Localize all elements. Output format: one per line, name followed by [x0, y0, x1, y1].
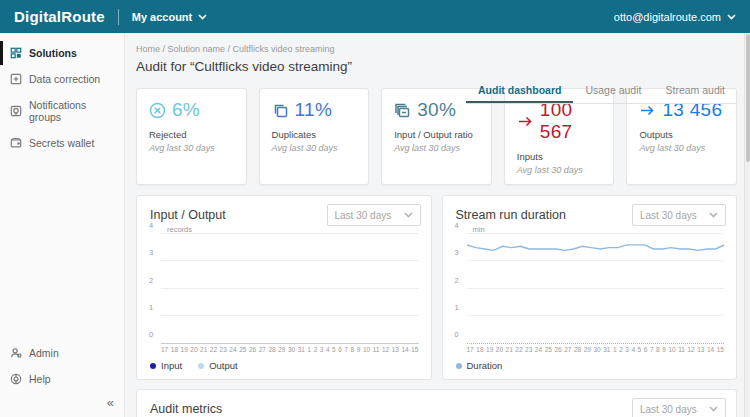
sidebar-item-label: Data correction — [29, 73, 100, 85]
kpi-value: 100 567 — [540, 99, 602, 143]
admin-user-icon — [10, 347, 22, 359]
kpi-card-duplicates: 11% Duplicates Avg last 30 days — [259, 88, 370, 185]
sidebar-item-secrets-wallet[interactable]: Secrets wallet — [0, 130, 124, 156]
arrow-right-icon — [639, 102, 656, 119]
chart-legend: InputOutput — [137, 353, 431, 379]
divider — [118, 9, 119, 25]
brand-logo: DigitalRoute — [14, 8, 105, 25]
page-title: Audit for “Cultflicks video streaming” — [136, 59, 737, 74]
chevron-down-icon — [404, 212, 413, 218]
range-select[interactable]: Last 30 days — [632, 398, 726, 417]
help-buoy-icon — [10, 373, 22, 385]
kpi-value: 30% — [417, 99, 456, 121]
breadcrumb[interactable]: Home / Solution name / Cultflicks video … — [136, 44, 737, 54]
kpi-value: 11% — [295, 99, 333, 121]
scrollbar-thumb[interactable] — [746, 34, 750, 162]
kpi-label: Inputs — [517, 151, 602, 162]
tab-stream-audit[interactable]: Stream audit — [653, 79, 737, 103]
chart-legend: Duration — [443, 353, 737, 379]
user-email: otto@digitalroute.com — [614, 11, 721, 23]
sidebar-footer: Admin Help « — [0, 340, 124, 417]
chevron-down-icon — [198, 14, 207, 20]
sidebar-collapse-button[interactable]: « — [107, 396, 114, 409]
range-select[interactable]: Last 30 days — [632, 204, 726, 226]
chevron-down-icon — [709, 212, 718, 218]
tab-audit-dashboard[interactable]: Audit dashboard — [466, 79, 573, 103]
legend-item: Output — [198, 360, 238, 371]
bar-chart: 01234records — [161, 234, 419, 344]
sidebar-item-label: Secrets wallet — [29, 137, 94, 149]
kpi-label: Outputs — [639, 129, 724, 140]
legend-item: Duration — [456, 360, 503, 371]
kpi-subtext: Avg last 30 days — [394, 143, 479, 153]
line-chart: 01234min — [467, 234, 725, 344]
user-menu[interactable]: otto@digitalroute.com — [614, 11, 736, 23]
chevron-down-icon — [709, 406, 718, 412]
panel-title: Stream run duration — [456, 208, 566, 222]
sidebar-item-help[interactable]: Help — [0, 366, 124, 392]
range-select[interactable]: Last 30 days — [327, 204, 421, 226]
notifications-icon — [10, 105, 22, 117]
input-output-panel: Input / Output Last 30 days 01234records… — [136, 195, 432, 380]
top-bar: DigitalRoute My account otto@digitalrout… — [0, 0, 750, 33]
main-content: Home / Solution name / Cultflicks video … — [125, 33, 750, 417]
sidebar-item-data-correction[interactable]: Data correction — [0, 66, 124, 92]
sidebar-item-admin[interactable]: Admin — [0, 340, 124, 366]
tab-usage-audit[interactable]: Usage audit — [573, 79, 653, 103]
kpi-label: Input / Output ratio — [394, 129, 479, 140]
sidebar-item-notifications-groups[interactable]: Notifications groups — [0, 92, 124, 130]
plus-square-icon — [10, 73, 22, 85]
kpi-card-rejected: 6% Rejected Avg last 30 days — [136, 88, 247, 185]
circle-cross-icon — [149, 102, 166, 119]
my-account-label: My account — [132, 11, 193, 23]
x-axis-labels: 1718192021222324252627282930311234567891… — [161, 344, 419, 353]
kpi-subtext: Avg last 30 days — [149, 143, 234, 153]
tab-bar: Audit dashboard Usage audit Stream audit — [466, 79, 737, 104]
panel-title: Input / Output — [150, 208, 226, 222]
y-axis-unit: min — [473, 225, 485, 234]
audit-metrics-panel: Audit metrics Last 30 days 4 records — [136, 389, 737, 417]
kpi-subtext: Avg last 30 days — [272, 143, 357, 153]
arrow-right-icon — [517, 113, 534, 130]
kpi-label: Duplicates — [272, 129, 357, 140]
legend-item: Input — [150, 360, 182, 371]
kpi-value: 6% — [172, 99, 200, 121]
sidebar-item-solutions[interactable]: Solutions — [0, 40, 124, 66]
my-account-menu[interactable]: My account — [132, 11, 208, 23]
wallet-icon — [10, 137, 22, 149]
sidebar: Solutions Data correction Notifications … — [0, 33, 125, 417]
sidebar-item-label: Solutions — [29, 47, 77, 59]
x-axis-labels: 1718192021222324252627282930311234567891… — [467, 344, 725, 353]
sidebar-item-label: Notifications groups — [29, 99, 114, 123]
stream-run-duration-panel: Stream run duration Last 30 days 01234mi… — [442, 195, 738, 380]
solutions-icon — [10, 47, 22, 59]
chevron-down-icon — [727, 14, 736, 20]
charts-row: Input / Output Last 30 days 01234records… — [136, 195, 737, 380]
panel-title: Audit metrics — [150, 402, 222, 416]
kpi-label: Rejected — [149, 129, 234, 140]
copy-icon — [272, 102, 289, 119]
kpi-subtext: Avg last 30 days — [517, 165, 602, 175]
sidebar-item-label: Help — [29, 373, 51, 385]
kpi-subtext: Avg last 30 days — [639, 143, 724, 153]
y-axis-unit: records — [167, 225, 192, 234]
vertical-scrollbar[interactable] — [744, 33, 750, 417]
sidebar-item-label: Admin — [29, 347, 59, 359]
copies-minus-icon — [394, 102, 411, 119]
